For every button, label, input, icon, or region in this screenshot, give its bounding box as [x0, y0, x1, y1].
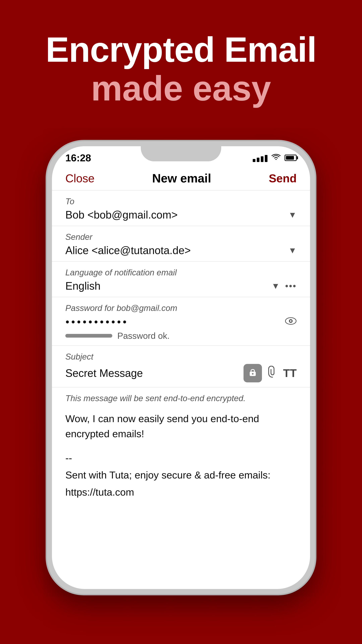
attachment-button[interactable]: [268, 366, 277, 380]
subject-value[interactable]: Secret Message: [65, 367, 143, 379]
subject-toolbar: TT: [244, 364, 297, 382]
phone-outer-frame: 16:28: [47, 141, 315, 594]
lock-icon: [248, 367, 258, 379]
password-strength-bar: [65, 334, 112, 338]
phone-screen: 16:28: [52, 146, 310, 589]
status-icons: [253, 153, 297, 162]
to-dropdown-arrow[interactable]: ▼: [289, 210, 297, 220]
password-value[interactable]: ●●●●●●●●●●●: [65, 318, 128, 325]
svg-point-4: [252, 373, 254, 375]
battery-fill: [286, 156, 294, 160]
email-nav-bar: Close New email Send: [52, 165, 310, 190]
signal-bar-3: [261, 156, 264, 162]
message-content[interactable]: Wow, I can now easily send you end-to-en…: [65, 411, 297, 442]
to-field: To Bob <bob@gmail.com> ▼: [52, 190, 310, 226]
password-strength-label: Password ok.: [117, 331, 170, 341]
notification-language-field: Language of notification email English ▼…: [52, 262, 310, 297]
password-visibility-toggle[interactable]: [285, 315, 297, 328]
sender-label: Sender: [65, 232, 297, 242]
message-signature: -- Sent with Tuta; enjoy secure & ad-fre…: [65, 450, 297, 501]
close-button[interactable]: Close: [65, 172, 94, 185]
signal-bar-2: [257, 158, 259, 162]
hero-section: Encrypted Email made easy: [32, 30, 330, 108]
password-field: Password for bob@gmail.com ●●●●●●●●●●● P…: [52, 297, 310, 346]
encrypt-notice: This message will be sent end-to-end enc…: [65, 394, 297, 403]
signal-bar-4: [265, 155, 268, 162]
battery-icon: [285, 155, 297, 161]
signal-icon: [253, 154, 268, 162]
signal-bar-1: [253, 159, 255, 162]
svg-point-2: [290, 320, 292, 322]
sender-dropdown-arrow[interactable]: ▼: [289, 246, 297, 255]
password-strength-row: Password ok.: [65, 331, 297, 341]
notification-actions: ▼ •••: [272, 281, 297, 291]
message-body: This message will be sent end-to-end enc…: [52, 388, 310, 507]
to-value[interactable]: Bob <bob@gmail.com>: [65, 209, 178, 221]
sender-field: Sender Alice <alice@tutanota.de> ▼: [52, 226, 310, 262]
password-label: Password for bob@gmail.com: [65, 303, 297, 313]
notification-dropdown-arrow[interactable]: ▼: [272, 281, 280, 291]
signature-line2: Sent with Tuta; enjoy secure & ad-free e…: [65, 466, 297, 484]
hero-title-line1: Encrypted Email: [45, 30, 317, 69]
notification-language-label: Language of notification email: [65, 268, 297, 278]
to-label: To: [65, 196, 297, 206]
subject-label: Subject: [65, 352, 297, 362]
phone-mockup: 16:28: [47, 141, 315, 594]
lock-encrypt-button[interactable]: [244, 364, 262, 382]
phone-notch: [141, 146, 221, 161]
hero-title-line2: made easy: [45, 69, 317, 108]
signature-line1: --: [65, 450, 297, 466]
text-format-button[interactable]: TT: [283, 367, 297, 380]
signature-line3: https://tuta.com: [65, 484, 297, 501]
sender-value[interactable]: Alice <alice@tutanota.de>: [65, 244, 191, 256]
status-time: 16:28: [65, 152, 91, 164]
subject-field: Subject Secret Message: [52, 346, 310, 388]
notification-language-value[interactable]: English: [65, 280, 100, 292]
notification-more-options[interactable]: •••: [285, 281, 297, 291]
nav-title: New email: [152, 172, 211, 185]
send-button[interactable]: Send: [269, 172, 297, 185]
wifi-icon: [272, 153, 281, 162]
